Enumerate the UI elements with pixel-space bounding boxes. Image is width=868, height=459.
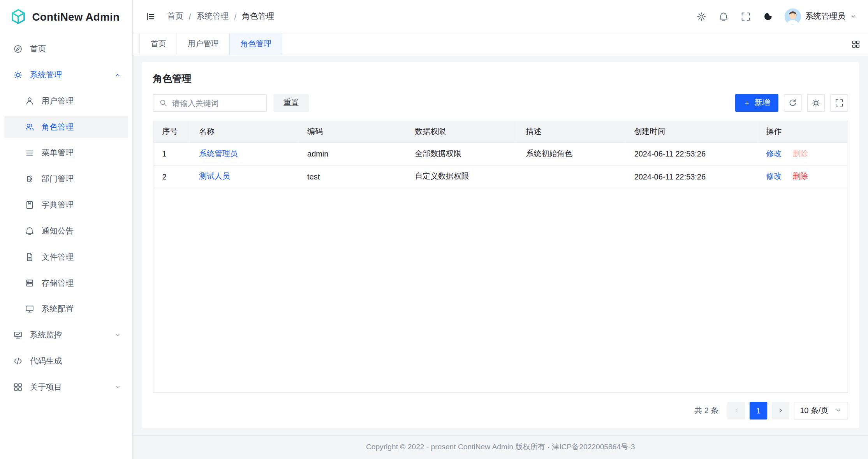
delete-link[interactable]: 删除 <box>792 171 808 180</box>
cell-created: 2024-06-11 22:53:26 <box>625 165 757 188</box>
tab-actions-button[interactable] <box>844 33 868 55</box>
chevron-down-icon <box>835 407 842 414</box>
chevron-right-icon <box>777 407 784 414</box>
cell-scope: 自定义数据权限 <box>406 165 517 188</box>
sidebar-item-label: 代码生成 <box>30 355 62 366</box>
page-size-value: 10 条/页 <box>800 405 828 415</box>
dark-mode-toggle[interactable] <box>757 6 777 26</box>
sidebar-item-notice[interactable]: 通知公告 <box>4 220 128 242</box>
notifications-button[interactable] <box>713 6 733 26</box>
cell-code: test <box>298 165 406 188</box>
content-area: 角色管理 重置 新增 <box>133 55 868 435</box>
cell-created: 2024-06-11 22:53:26 <box>625 142 757 165</box>
sidebar-item-file-management[interactable]: 文件管理 <box>4 246 128 268</box>
tab-label: 角色管理 <box>240 39 271 49</box>
chevron-down-icon <box>114 383 121 390</box>
code-icon <box>13 356 23 366</box>
sidebar-item-dict-management[interactable]: 字典管理 <box>4 194 128 216</box>
table-header-row: 序号 名称 编码 数据权限 描述 创建时间 操作 <box>153 121 848 142</box>
cell-code: admin <box>298 142 406 165</box>
menu-lines-icon <box>25 148 34 157</box>
roles-table: 序号 名称 编码 数据权限 描述 创建时间 操作 1 <box>153 121 848 393</box>
gear-icon <box>696 11 706 21</box>
avatar <box>784 8 801 25</box>
compass-icon <box>13 44 23 53</box>
app-logo-icon <box>10 8 27 25</box>
add-button-label: 新增 <box>755 98 770 108</box>
grid-icon <box>13 382 23 392</box>
fullscreen-button[interactable] <box>736 6 755 26</box>
sidebar-item-code-generation[interactable]: 代码生成 <box>4 350 128 372</box>
table-fullscreen-button[interactable] <box>830 94 848 112</box>
table-row: 2 测试人员 test 自定义数据权限 2024-06-11 22:53:26 … <box>153 165 848 188</box>
user-icon <box>25 96 34 106</box>
cell-index: 2 <box>153 165 190 188</box>
sidebar-item-system-management[interactable]: 系统管理 <box>4 63 128 86</box>
sidebar-item-label: 字典管理 <box>42 199 74 210</box>
logo-row: ContiNew Admin <box>0 0 132 33</box>
reset-button[interactable]: 重置 <box>273 94 309 112</box>
gear-icon <box>812 98 820 107</box>
sidebar-item-user-management[interactable]: 用户管理 <box>4 90 128 112</box>
table-row: 1 系统管理员 admin 全部数据权限 系统初始角色 2024-06-11 2… <box>153 142 848 165</box>
sidebar-item-storage-management[interactable]: 存储管理 <box>4 272 128 294</box>
storage-icon <box>25 278 34 287</box>
sidebar-item-label: 系统配置 <box>42 304 74 314</box>
sidebar-item-system-monitor[interactable]: 系统监控 <box>4 324 128 346</box>
sidebar-menu: 首页 系统管理 用户管理 角色管理 菜单管理 <box>0 33 132 459</box>
edit-link[interactable]: 修改 <box>766 149 782 158</box>
role-name-link[interactable]: 系统管理员 <box>199 149 238 158</box>
breadcrumb-home[interactable]: 首页 <box>167 11 183 21</box>
sidebar-item-label: 用户管理 <box>42 95 74 106</box>
sidebar-item-role-management[interactable]: 角色管理 <box>4 116 128 138</box>
cell-desc <box>517 165 625 188</box>
main-column: 首页 / 系统管理 / 角色管理 <box>133 0 868 459</box>
cell-index: 1 <box>153 142 190 165</box>
app-title: ContiNew Admin <box>32 10 120 23</box>
cell-actions: 修改 删除 <box>757 142 848 165</box>
copyright-text: Copyright © 2022 - present ContiNew Admi… <box>366 442 635 452</box>
user-menu-trigger[interactable]: 系统管理员 <box>784 8 857 25</box>
tab-role-management[interactable]: 角色管理 <box>230 33 282 55</box>
grid-icon <box>851 40 860 49</box>
bell-icon <box>718 11 729 21</box>
cell-scope: 全部数据权限 <box>406 142 517 165</box>
sidebar-item-label: 首页 <box>30 44 46 54</box>
sidebar-item-menu-management[interactable]: 菜单管理 <box>4 142 128 164</box>
refresh-button[interactable] <box>784 94 801 112</box>
menu-fold-icon <box>146 11 156 21</box>
sidebar-item-label: 通知公告 <box>42 225 74 236</box>
sidebar-item-label: 存储管理 <box>42 278 74 288</box>
sidebar-collapse-button[interactable] <box>142 7 159 25</box>
pagination-page-1[interactable]: 1 <box>750 401 767 419</box>
sidebar: ContiNew Admin 首页 系统管理 用户管理 角色管理 <box>0 0 133 459</box>
sidebar-item-system-config[interactable]: 系统配置 <box>4 298 128 320</box>
search-input[interactable] <box>172 98 261 107</box>
role-name-link[interactable]: 测试人员 <box>199 171 230 180</box>
tab-home[interactable]: 首页 <box>139 33 177 55</box>
page-footer: Copyright © 2022 - present ContiNew Admi… <box>133 435 868 459</box>
col-header-name: 名称 <box>190 121 298 142</box>
pagination-next-button[interactable] <box>772 401 789 419</box>
page-size-select[interactable]: 10 条/页 <box>794 401 848 419</box>
sidebar-item-label: 角色管理 <box>42 121 74 132</box>
role-management-card: 角色管理 重置 新增 <box>142 62 859 428</box>
breadcrumb-separator: / <box>189 12 191 21</box>
breadcrumb-system-management[interactable]: 系统管理 <box>197 11 229 21</box>
edit-link[interactable]: 修改 <box>766 171 782 180</box>
sidebar-item-home[interactable]: 首页 <box>4 38 128 60</box>
tab-user-management[interactable]: 用户管理 <box>177 33 230 55</box>
sidebar-item-label: 菜单管理 <box>42 148 74 158</box>
delete-link-disabled: 删除 <box>792 149 808 158</box>
sidebar-submenu-system: 用户管理 角色管理 菜单管理 部门管理 字典管理 <box>0 90 132 320</box>
header-actions: 系统管理员 <box>691 6 857 26</box>
add-button[interactable]: 新增 <box>735 94 778 112</box>
app-root: ContiNew Admin 首页 系统管理 用户管理 角色管理 <box>0 0 868 459</box>
col-header-created: 创建时间 <box>625 121 757 142</box>
sidebar-item-about-project[interactable]: 关于项目 <box>4 376 128 398</box>
plus-icon <box>743 99 750 106</box>
settings-button[interactable] <box>691 6 711 26</box>
sidebar-item-department-management[interactable]: 部门管理 <box>4 168 128 190</box>
tab-label: 首页 <box>151 39 166 49</box>
table-settings-button[interactable] <box>807 94 825 112</box>
